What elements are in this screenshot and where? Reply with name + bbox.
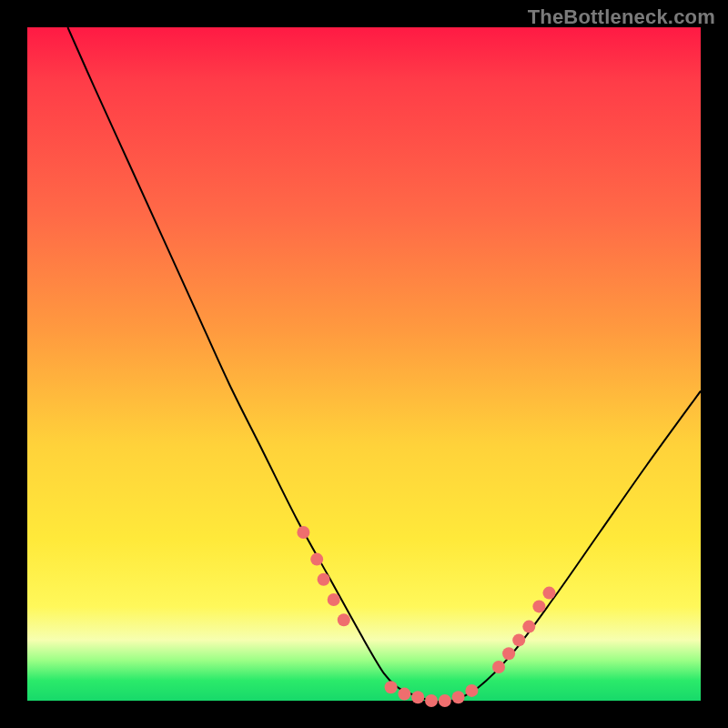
curve-marker [512,633,525,646]
curve-marker [338,613,350,626]
curve-marker [318,573,330,586]
curve-marker [439,694,451,707]
curve-marker [385,681,398,693]
curve-marker [297,526,309,539]
curve-marker [310,553,323,566]
curve-marker [328,593,340,606]
curve-marker [502,647,515,660]
curve-marker [532,600,545,612]
curve-marker [492,661,505,673]
bottleneck-curve [67,27,701,702]
curve-marker [522,621,535,633]
curve-marker [398,688,410,701]
curve-marker [543,587,556,600]
bottleneck-curve-svg [27,27,701,701]
curve-marker [425,694,438,707]
curve-marker [465,684,478,697]
plot-area [27,27,701,701]
watermark-text: TheBottleneck.com [528,5,715,29]
chart-frame: TheBottleneck.com [0,0,728,728]
curve-marker [411,691,424,703]
curve-markers [297,526,555,707]
curve-marker [452,691,465,703]
